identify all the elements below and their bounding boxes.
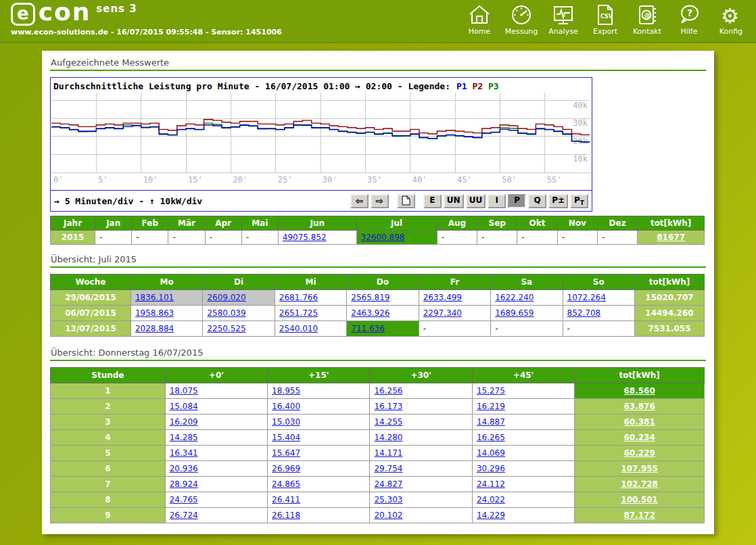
value-link[interactable]: 15.404 <box>272 433 300 442</box>
value-cell: 28.924 <box>165 477 267 492</box>
value-link[interactable]: 14.069 <box>477 448 505 458</box>
svg-text:45': 45' <box>457 175 472 185</box>
measure-button-un[interactable]: UN <box>444 194 464 208</box>
value-link[interactable]: 15.030 <box>272 417 300 427</box>
value-link[interactable]: 30.296 <box>477 464 505 473</box>
value-link[interactable]: 14.255 <box>374 417 402 427</box>
nav-item-messung[interactable]: Messung <box>500 3 542 36</box>
value-link[interactable]: 18.955 <box>272 386 300 396</box>
section-divider <box>50 70 706 71</box>
value-link[interactable]: 24.022 <box>477 495 505 504</box>
value-link[interactable]: 18.075 <box>170 386 198 396</box>
value-link[interactable]: 1836.101 <box>135 293 174 302</box>
value-link[interactable]: 15.647 <box>272 448 300 458</box>
value-link[interactable]: 16.400 <box>272 402 300 411</box>
value-link[interactable]: 16.265 <box>477 433 505 442</box>
value-link[interactable]: 24.865 <box>272 479 300 489</box>
value-link[interactable]: 2651.725 <box>279 308 318 318</box>
value-link[interactable]: 16.209 <box>170 417 198 427</box>
value-link[interactable]: 2565.819 <box>351 293 389 302</box>
value-link[interactable]: 15.084 <box>170 402 198 411</box>
value-link[interactable]: 15.275 <box>477 386 505 396</box>
value-link[interactable]: 68.560 <box>623 386 655 396</box>
value-link[interactable]: 16.219 <box>477 402 505 411</box>
value-link[interactable]: 14.229 <box>477 511 505 520</box>
value-link[interactable]: 1689.659 <box>495 308 534 318</box>
value-cell: 2681.766 <box>275 290 346 306</box>
value-link[interactable]: 2028.884 <box>135 324 174 333</box>
value-link[interactable]: 24.827 <box>374 479 402 489</box>
value-link[interactable]: 26.118 <box>272 511 300 520</box>
measure-button-uu[interactable]: UU <box>466 194 486 208</box>
value-link[interactable]: 16.173 <box>374 402 402 411</box>
measure-button-i[interactable]: I <box>488 194 506 208</box>
value-link[interactable]: 63.876 <box>623 402 655 411</box>
address-book-icon: @ <box>635 3 659 26</box>
value-link[interactable]: 16.256 <box>374 386 402 396</box>
value-link[interactable]: 2609.020 <box>207 293 245 302</box>
value-cell: 1689.659 <box>491 306 563 321</box>
pan-left-button[interactable]: ⇦ <box>350 194 369 208</box>
value-link[interactable]: 16.341 <box>170 448 198 458</box>
row-label: 2 <box>51 399 166 414</box>
value-link[interactable]: 81677 <box>657 233 685 242</box>
value-link[interactable]: 60.229 <box>623 448 655 458</box>
value-link[interactable]: 1072.264 <box>567 293 606 302</box>
nav-label: Hilfe <box>668 27 710 36</box>
measure-button-q[interactable]: Q <box>528 194 546 208</box>
value-link[interactable]: 26.724 <box>170 511 198 520</box>
value-link[interactable]: 20.102 <box>374 511 402 520</box>
value-link[interactable]: 14.887 <box>477 417 505 427</box>
value-link[interactable]: 29.754 <box>374 464 402 473</box>
value-link[interactable]: 14.171 <box>374 448 402 458</box>
nav-label: Home <box>458 27 500 36</box>
value-link[interactable]: 26.411 <box>272 495 300 504</box>
column-header: Jan <box>95 216 132 231</box>
value-link[interactable]: 852.708 <box>567 308 601 318</box>
value-cell: 14.069 <box>472 446 574 461</box>
value-cell: - <box>419 321 490 337</box>
nav-item-home[interactable]: Home <box>458 3 500 36</box>
value-link[interactable]: 25.303 <box>374 495 402 504</box>
export-page-button[interactable] <box>397 194 415 208</box>
value-link[interactable]: 49075.852 <box>283 233 327 242</box>
value-link[interactable]: 100.501 <box>621 495 658 504</box>
value-link[interactable]: 14.280 <box>374 433 402 442</box>
value-link[interactable]: 2633.499 <box>423 293 462 302</box>
pan-right-button[interactable]: ⇨ <box>371 194 389 208</box>
value-link[interactable]: 1958.863 <box>135 308 174 318</box>
value-link[interactable]: 26.969 <box>272 464 300 473</box>
nav-item-analyse[interactable]: Analyse <box>542 3 584 36</box>
value-link[interactable]: 24.765 <box>170 495 198 504</box>
measure-button-p[interactable]: P <box>508 194 526 208</box>
value-link[interactable]: 60.234 <box>623 433 655 442</box>
value-link[interactable]: 20.936 <box>170 464 198 473</box>
power-chart-box: Durchschnittliche Leistung pro Minute - … <box>50 77 592 212</box>
value-link[interactable]: 32600.898 <box>361 233 405 242</box>
value-link[interactable]: 2463.926 <box>351 308 389 318</box>
value-link[interactable]: 2297.340 <box>423 308 462 318</box>
measure-button-e[interactable]: E <box>423 194 442 208</box>
value-link[interactable]: 2681.766 <box>279 293 318 302</box>
value-link[interactable]: 60.381 <box>623 417 655 427</box>
nav-item-konfig[interactable]: ⚙ Konfig <box>710 3 752 36</box>
measure-button-pt[interactable]: PT <box>570 194 588 208</box>
nav-item-hilfe[interactable]: ? Hilfe <box>668 3 710 36</box>
value-link[interactable]: 28.924 <box>170 479 198 489</box>
nav-item-export[interactable]: CSV Export <box>584 3 626 36</box>
value-link[interactable]: 14.285 <box>170 433 198 442</box>
value-link[interactable]: 1622.240 <box>495 293 534 302</box>
value-link[interactable]: 102.728 <box>621 479 658 489</box>
value-link[interactable]: 107.955 <box>621 464 658 473</box>
svg-text:5': 5' <box>98 175 108 185</box>
value-link[interactable]: 87.172 <box>623 511 655 520</box>
value-cell: 60.229 <box>575 446 705 461</box>
svg-text:@: @ <box>644 11 651 19</box>
nav-item-kontakt[interactable]: @ Kontakt <box>626 3 668 36</box>
value-link[interactable]: 711.636 <box>351 324 385 333</box>
value-link[interactable]: 2580.039 <box>207 308 245 318</box>
measure-button-pplusminus[interactable]: P± <box>548 194 568 208</box>
value-link[interactable]: 2250.525 <box>207 324 245 333</box>
value-link[interactable]: 24.112 <box>477 479 505 489</box>
value-link[interactable]: 2540.010 <box>279 324 318 333</box>
